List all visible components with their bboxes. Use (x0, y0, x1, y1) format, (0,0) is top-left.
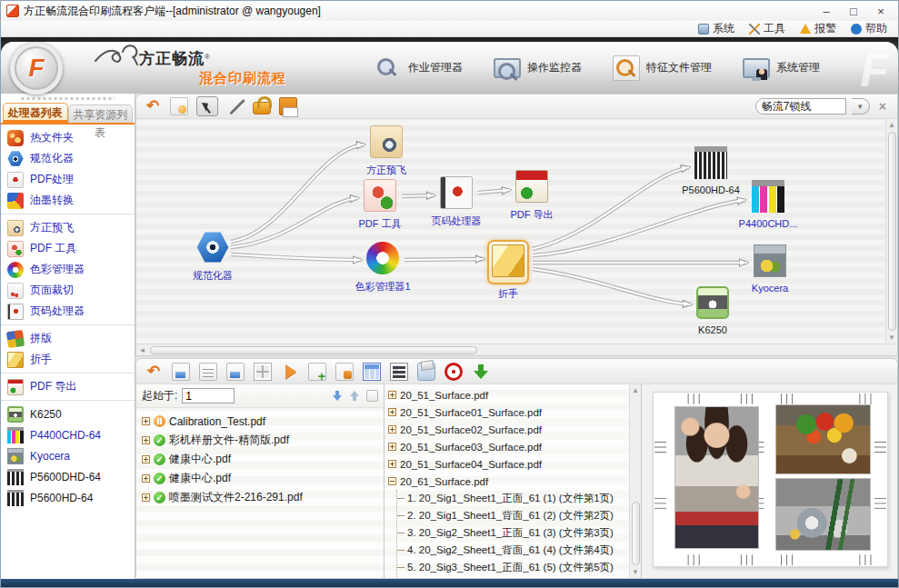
app-logo-button[interactable]: F (10, 42, 63, 95)
tab-processor-list[interactable]: 处理器列表 (3, 103, 68, 123)
menu-alarm[interactable]: 报警 (800, 21, 836, 36)
workflow-node-preflight[interactable]: 方正预飞 (345, 125, 427, 177)
page-row[interactable]: 5. 20_Sig3_Sheet1_正面_61 (5) (文件第5页) (397, 559, 629, 576)
workflow-node-pdf-tool[interactable]: PDF 工具 (339, 179, 421, 231)
sidebar-item-pdf-process[interactable]: PDF处理 (1, 169, 135, 190)
workflow-close-icon[interactable]: × (875, 99, 890, 114)
expander-icon[interactable] (388, 460, 396, 468)
file-row[interactable]: 20_51_Surface04_Surface.pdf (388, 455, 629, 473)
bottom-tool-package-icon[interactable] (417, 363, 435, 381)
page-row[interactable]: 6. 20_Sig3_Sheet1_背面_61 (6) (文件第6页) (397, 576, 629, 578)
start-at-input[interactable] (182, 388, 235, 404)
sidebar-item-page-crop[interactable]: 页面裁切 (1, 280, 135, 301)
sidebar-item-ink-convert[interactable]: 油墨转换 (1, 190, 135, 211)
workflow-node-normalizer[interactable]: 规范化器 (172, 231, 254, 283)
job-row[interactable]: Calibration_Test.pdf (138, 412, 382, 431)
file-row[interactable]: 20_51_Surface03_Surface.pdf (388, 438, 629, 455)
pages-vertical-scrollbar[interactable]: ▲ ▼ (629, 384, 641, 578)
bottom-tool-page-blue-icon[interactable] (172, 363, 190, 381)
job-row[interactable]: 健康中心.pdf (138, 469, 382, 488)
sidebar-item-folding[interactable]: 折手 (1, 349, 135, 370)
file-row[interactable]: 20_51_Surface02_Surface.pdf (388, 421, 629, 438)
canvas-tool-undo-icon[interactable] (144, 97, 162, 115)
menu-system[interactable]: 系统 (698, 21, 734, 36)
expander-icon[interactable] (142, 493, 150, 502)
sidebar-item-pdf-export[interactable]: PDF 导出 (1, 376, 135, 397)
sidebar-item-printer-k6250[interactable]: K6250 (1, 404, 135, 424)
workflow-node-pdf-export[interactable]: PDF 导出 (491, 170, 573, 222)
sidebar-item-hot-folder[interactable]: 热文件夹 (1, 127, 135, 148)
sidebar-item-printer-p5600[interactable]: P5600HD-64 (1, 487, 135, 508)
bottom-tool-grid-icon[interactable] (254, 363, 272, 381)
bottom-tool-page-mark-icon[interactable] (335, 363, 354, 381)
menu-tools[interactable]: 工具 (749, 21, 785, 36)
bottom-tool-stop-icon[interactable] (445, 363, 463, 381)
canvas-tool-save-icon[interactable] (279, 97, 297, 115)
expander-icon[interactable] (142, 474, 150, 483)
canvas-tool-line-icon[interactable] (226, 97, 245, 115)
file-row[interactable]: 20_51_Surface.pdf (388, 386, 629, 404)
pages-scroll-down-icon[interactable]: ▼ (630, 566, 642, 578)
page-row[interactable]: 3. 20_Sig2_Sheet1_正面_61 (3) (文件第3页) (397, 524, 629, 542)
sidebar-item-printer-p5600d[interactable]: P5600DHD-64 (1, 466, 135, 487)
expander-icon[interactable] (388, 408, 396, 416)
bottom-tool-table-icon[interactable] (363, 363, 381, 381)
page-row[interactable]: 2. 20_Sig1_Sheet1_背面_61 (2) (文件第2页) (397, 507, 629, 524)
minimize-button[interactable]: – (813, 5, 840, 18)
horizontal-scroll-thumb[interactable] (150, 346, 477, 354)
menu-help[interactable]: 帮助 (851, 21, 887, 36)
workflow-combo[interactable]: 畅流7锁线 (755, 98, 846, 115)
maximize-button[interactable]: □ (840, 5, 867, 18)
expander-icon[interactable] (388, 443, 396, 451)
page-row[interactable]: 4. 20_Sig2_Sheet1_背面_61 (4) (文件第4页) (397, 542, 629, 559)
nav-system-manager[interactable]: 系统管理 (743, 55, 820, 81)
sidebar-item-normalizer[interactable]: 规范化器 (1, 148, 135, 169)
nav-operation-monitor[interactable]: 操作监控器 (494, 55, 582, 81)
sidebar-item-color-manager[interactable]: 色彩管理器 (1, 259, 135, 280)
expander-icon[interactable] (388, 391, 396, 399)
canvas-tool-lock-icon[interactable] (253, 102, 271, 115)
expander-icon[interactable] (388, 425, 396, 434)
sidebar-item-pdf-tool[interactable]: PDF 工具 (1, 238, 135, 259)
scroll-down-icon[interactable]: ▼ (886, 332, 898, 344)
sidebar-item-page-number[interactable]: 页码处理器 (1, 301, 135, 322)
bottom-tool-page-plus-icon[interactable] (308, 363, 326, 381)
expander-icon[interactable] (142, 436, 150, 444)
canvas-tool-new-icon[interactable] (170, 97, 188, 115)
workflow-node-k6250[interactable]: K6250 (672, 286, 754, 335)
job-row[interactable]: 喷墨测试文件2-216-291.pdf (138, 488, 382, 507)
sidebar-item-preflight[interactable]: 方正预飞 (1, 217, 135, 238)
bottom-tool-undo-icon[interactable] (145, 363, 163, 381)
page-row[interactable]: 1. 20_Sig1_Sheet1_正面_61 (1) (文件第1页) (397, 490, 629, 507)
workflow-node-color-manager[interactable]: 色彩管理器1 (342, 242, 424, 294)
scroll-up-icon[interactable]: ▲ (886, 119, 898, 131)
preview-sheet[interactable] (653, 392, 888, 567)
job-row[interactable]: 健康中心.pdf (138, 450, 382, 469)
canvas-horizontal-scrollbar[interactable]: ◄ (136, 344, 897, 355)
expander-icon[interactable] (142, 455, 150, 463)
bottom-tool-page-blue2-icon[interactable] (226, 363, 245, 381)
new-page-icon[interactable] (366, 390, 378, 402)
file-row[interactable]: 20_51_Surface01_Surface.pdf (388, 404, 629, 421)
vertical-scroll-thumb[interactable] (888, 132, 896, 331)
file-row[interactable]: 20_61_Surface.pdf (388, 473, 629, 490)
close-button[interactable]: × (867, 5, 894, 18)
tab-shared-resource-list[interactable]: 共享资源列表 (68, 105, 134, 123)
workflow-node-p4400chd[interactable]: P4400CHD... (727, 180, 809, 229)
expander-icon[interactable] (388, 477, 396, 485)
sidebar-item-printer-p4400[interactable]: P4400CHD-64 (1, 424, 135, 445)
canvas-tool-cursor-icon[interactable] (196, 96, 218, 116)
workflow-node-folding[interactable]: 折手 (467, 240, 549, 301)
sidebar-item-imposition[interactable]: 拼版 (1, 328, 135, 349)
expander-icon[interactable] (142, 417, 150, 425)
move-up-icon[interactable] (349, 390, 361, 402)
bottom-tool-page-lines-icon[interactable] (199, 363, 217, 381)
pages-scroll-up-icon[interactable]: ▲ (630, 384, 642, 396)
canvas-vertical-scrollbar[interactable]: ▲ ▼ (885, 119, 897, 344)
combo-dropdown-icon[interactable]: ▼ (852, 98, 870, 115)
workflow-canvas[interactable]: 规范化器方正预飞PDF 工具页码处理器PDF 导出色彩管理器1折手P5600HD… (136, 119, 885, 344)
nav-job-manager[interactable]: 作业管理器 (375, 55, 463, 81)
bottom-tool-down-icon[interactable] (472, 363, 490, 381)
bottom-tool-play-icon[interactable] (281, 363, 299, 381)
job-row[interactable]: 彩机样册文件-精简版.pdf (138, 431, 382, 450)
